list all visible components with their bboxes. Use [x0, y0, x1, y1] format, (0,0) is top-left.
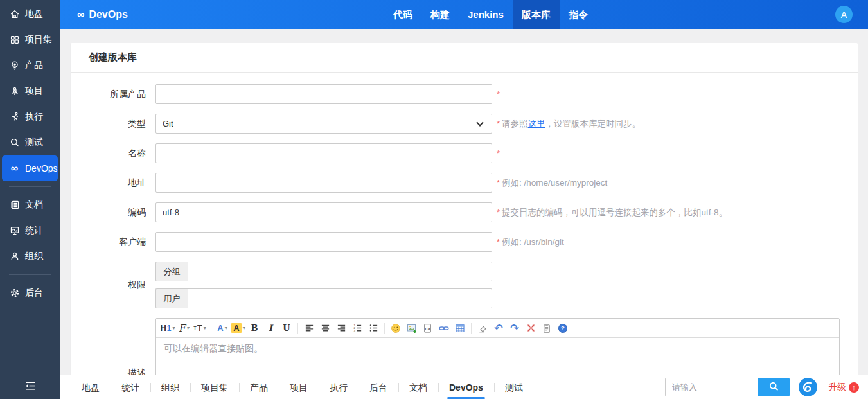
acl-user-input[interactable] — [188, 288, 492, 308]
desc-label: 描述 — [71, 368, 146, 375]
remove-format-icon[interactable] — [475, 321, 490, 336]
italic-icon[interactable]: I — [263, 321, 278, 336]
ordered-list-icon[interactable]: 123 — [350, 321, 365, 336]
bold-icon[interactable]: B — [247, 321, 262, 336]
acl-group-input[interactable] — [188, 262, 492, 281]
sidebar-item-home[interactable]: 地盘 — [2, 1, 58, 27]
gear-icon — [9, 288, 20, 299]
bottom-tab-organization[interactable]: 组织 — [150, 375, 190, 399]
toolbar-separator — [297, 323, 298, 334]
sidebar-divider — [9, 186, 51, 187]
help-icon[interactable]: ? — [555, 321, 571, 336]
form-row-name: 名称 * — [71, 143, 858, 163]
image-icon[interactable] — [404, 321, 420, 336]
undo-icon[interactable]: ↶ — [491, 321, 506, 336]
type-help-link[interactable]: 这里 — [528, 119, 545, 129]
rocket-icon — [9, 86, 20, 97]
heading-icon[interactable]: H1▾ — [160, 321, 175, 336]
toolbar-separator — [211, 323, 211, 334]
top-menu-item-build[interactable]: 构建 — [421, 0, 459, 29]
heading-number: 1 — [167, 324, 172, 333]
bottom-tab-doc[interactable]: 文档 — [398, 375, 438, 399]
path-input[interactable] — [155, 173, 492, 193]
sidebar-item-product[interactable]: 产品 — [2, 53, 58, 78]
highlight-color-icon[interactable]: A▾ — [231, 321, 246, 336]
magnifier-icon — [9, 137, 20, 148]
bottom-tab-home[interactable]: 地盘 — [71, 375, 111, 399]
highlight-color-glyph: A — [231, 323, 241, 333]
sidebar-item-label: 文档 — [25, 199, 43, 211]
bottom-tab-program[interactable]: 项目集 — [190, 375, 239, 399]
name-input[interactable] — [155, 143, 492, 163]
font-family-icon[interactable]: F▾ — [176, 321, 191, 336]
sidebar-item-organization[interactable]: 组织 — [2, 244, 58, 269]
search-button[interactable] — [758, 378, 790, 396]
sidebar-item-test[interactable]: 测试 — [2, 130, 58, 155]
code-icon[interactable]: C# — [420, 321, 436, 336]
main-content: 创建版本库 所属产品 * 类型 Git * 请参照这里，设置版本库定时同步。 — [60, 29, 868, 375]
bottom-tab-devops[interactable]: DevOps — [438, 375, 494, 399]
upgrade-link[interactable]: 升级 ↑ — [828, 382, 859, 393]
emoji-icon[interactable] — [388, 321, 403, 336]
top-menu: 代码 构建 Jenkins 版本库 指令 — [384, 0, 597, 29]
encoding-input[interactable] — [155, 202, 492, 222]
bottom-tab-execution[interactable]: 执行 — [319, 375, 359, 399]
top-menu-item-code[interactable]: 代码 — [384, 0, 421, 29]
editor-content[interactable]: 可以在编辑器直接贴图。 — [156, 338, 839, 375]
required-asterisk: * — [497, 148, 500, 158]
sidebar-divider — [9, 274, 51, 275]
font-size-icon[interactable]: тT▾ — [192, 321, 208, 336]
path-help-text: 例如: /home/user/myproject — [502, 177, 607, 189]
form-row-client: 客户端 * 例如: /usr/bin/git — [71, 232, 858, 252]
bottombar-right: 升级 ↑ — [665, 377, 859, 397]
required-asterisk: * — [497, 237, 500, 247]
path-label: 地址 — [71, 177, 146, 189]
bottom-tab-admin[interactable]: 后台 — [359, 375, 398, 399]
sidebar-item-program[interactable]: 项目集 — [2, 27, 58, 53]
align-right-icon[interactable] — [333, 321, 349, 336]
encoding-help-text: 提交日志的编码，可以用逗号连接起来的多个，比如utf-8。 — [502, 207, 727, 218]
sidebar-item-admin[interactable]: 后台 — [2, 280, 58, 306]
fullscreen-icon[interactable] — [523, 321, 538, 336]
app-logo[interactable]: ∞ DevOps — [77, 9, 128, 21]
upgrade-label: 升级 — [828, 382, 846, 393]
avatar[interactable]: A — [835, 6, 853, 23]
sidebar-item-label: 组织 — [25, 251, 43, 262]
align-left-icon[interactable] — [301, 321, 317, 336]
sidebar-item-doc[interactable]: 文档 — [2, 192, 58, 218]
bottom-tab-project[interactable]: 项目 — [279, 375, 319, 399]
sidebar-item-devops[interactable]: ∞ DevOps — [2, 155, 58, 181]
font-family-glyph: F — [179, 323, 185, 334]
font-size-big-glyph: T — [197, 323, 202, 333]
search-input[interactable] — [665, 378, 758, 396]
sidebar-item-execution[interactable]: 执行 — [2, 104, 58, 130]
table-icon[interactable] — [452, 321, 468, 336]
bottom-tab-report[interactable]: 统计 — [111, 375, 150, 399]
align-center-icon[interactable] — [317, 321, 333, 336]
app-logo-label: DevOps — [89, 9, 127, 21]
bottom-tab-test[interactable]: 测试 — [494, 375, 534, 399]
underline-icon[interactable]: U — [279, 321, 294, 336]
collapse-sidebar-button[interactable] — [0, 375, 60, 399]
client-label: 客户端 — [71, 236, 146, 248]
type-select[interactable]: Git — [155, 114, 492, 134]
redo-icon[interactable]: ↷ — [507, 321, 522, 336]
paste-icon[interactable] — [539, 321, 554, 336]
chevron-down-icon — [476, 119, 483, 126]
runner-icon — [9, 112, 20, 123]
sidebar-item-report[interactable]: 统计 — [2, 218, 58, 244]
link-icon[interactable] — [436, 321, 452, 336]
acl-label: 权限 — [71, 279, 146, 291]
sidebar-item-project[interactable]: 项目 — [2, 78, 58, 104]
acl-group-input-group: 分组 — [155, 262, 492, 281]
top-menu-item-repo[interactable]: 版本库 — [513, 0, 560, 29]
zentao-logo-icon[interactable] — [798, 377, 818, 397]
top-menu-item-command[interactable]: 指令 — [560, 0, 597, 29]
product-input[interactable] — [155, 84, 492, 104]
bottom-tab-product[interactable]: 产品 — [239, 375, 279, 399]
client-input[interactable] — [155, 232, 492, 252]
font-color-icon[interactable]: A▾ — [215, 321, 230, 336]
top-menu-item-jenkins[interactable]: Jenkins — [459, 0, 513, 29]
unordered-list-icon[interactable] — [366, 321, 381, 336]
sidebar-item-label: 地盘 — [25, 8, 43, 20]
